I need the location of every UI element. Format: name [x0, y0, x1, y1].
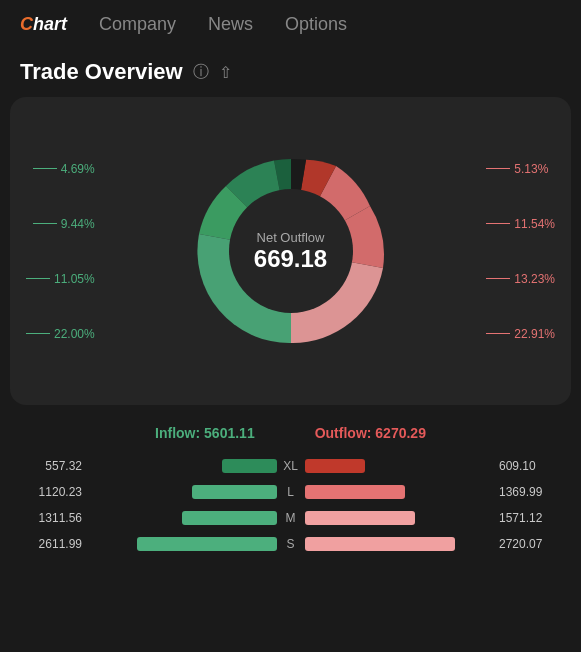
- bar-label-0: XL: [281, 459, 301, 473]
- label-line-right-1: [486, 223, 510, 224]
- donut-card: 4.69% 9.44% 11.05% 22.00%: [10, 97, 571, 405]
- label-line-left-2: [26, 278, 50, 279]
- nav-item-chart[interactable]: Chart: [20, 14, 67, 35]
- bar-left-value-2: 1311.56: [20, 511, 90, 525]
- label-left-3: 22.00%: [26, 327, 95, 341]
- nav-item-company[interactable]: Company: [99, 14, 176, 35]
- bars-container: 557.32 XL 609.10 1120.23 L 1369.99 1311.…: [20, 459, 561, 551]
- label-line-right-2: [486, 278, 510, 279]
- donut-labels-right: 5.13% 11.54% 13.23% 22.91%: [486, 121, 555, 381]
- bar-pair-0: XL: [90, 459, 491, 473]
- bar-section: Inflow: 5601.11 Outflow: 6270.29 557.32 …: [0, 405, 581, 573]
- page-title: Trade Overview: [20, 59, 183, 85]
- bar-inflow-3: [137, 537, 277, 551]
- bar-row-s: 2611.99 S 2720.07: [20, 537, 561, 551]
- bar-pair-2: M: [90, 511, 491, 525]
- label-line-left-3: [26, 333, 50, 334]
- bar-inflow-2: [182, 511, 277, 525]
- donut-center-label: Net Outflow: [254, 230, 327, 245]
- donut-chart: Net Outflow 669.18: [181, 141, 401, 361]
- bar-left-wrap-3: [90, 537, 277, 551]
- bar-outflow-3: [305, 537, 455, 551]
- total-inflow: Inflow: 5601.11: [155, 425, 255, 441]
- bar-left-wrap-0: [90, 459, 277, 473]
- bar-outflow-2: [305, 511, 415, 525]
- bar-left-wrap-1: [90, 485, 277, 499]
- bar-left-value-3: 2611.99: [20, 537, 90, 551]
- label-right-1: 11.54%: [486, 217, 555, 231]
- bar-right-value-1: 1369.99: [491, 485, 561, 499]
- bar-pair-1: L: [90, 485, 491, 499]
- top-nav: Chart Company News Options: [0, 0, 581, 49]
- bar-right-wrap-0: [305, 459, 492, 473]
- bar-right-wrap-2: [305, 511, 492, 525]
- bar-left-value-0: 557.32: [20, 459, 90, 473]
- label-line-left-0: [33, 168, 57, 169]
- label-line-right-3: [486, 333, 510, 334]
- bar-label-3: S: [281, 537, 301, 551]
- label-right-2: 13.23%: [486, 272, 555, 286]
- total-outflow: Outflow: 6270.29: [315, 425, 426, 441]
- label-line-right-0: [486, 168, 510, 169]
- totals-row: Inflow: 5601.11 Outflow: 6270.29: [20, 425, 561, 441]
- bar-label-2: M: [281, 511, 301, 525]
- nav-item-options[interactable]: Options: [285, 14, 347, 35]
- label-right-3: 22.91%: [486, 327, 555, 341]
- label-left-2: 11.05%: [26, 272, 95, 286]
- bar-right-value-0: 609.10: [491, 459, 561, 473]
- bar-left-wrap-2: [90, 511, 277, 525]
- bar-inflow-0: [222, 459, 277, 473]
- label-left-0: 4.69%: [26, 162, 95, 176]
- share-icon[interactable]: ⇧: [219, 63, 232, 82]
- bar-right-value-3: 2720.07: [491, 537, 561, 551]
- bar-pair-3: S: [90, 537, 491, 551]
- label-right-0: 5.13%: [486, 162, 555, 176]
- donut-labels-left: 4.69% 9.44% 11.05% 22.00%: [26, 121, 95, 381]
- bar-right-wrap-3: [305, 537, 492, 551]
- bar-outflow-1: [305, 485, 405, 499]
- label-line-left-1: [33, 223, 57, 224]
- page-header: Trade Overview ⓘ ⇧: [0, 49, 581, 97]
- bar-inflow-1: [192, 485, 277, 499]
- bar-outflow-0: [305, 459, 365, 473]
- donut-wrapper: 4.69% 9.44% 11.05% 22.00%: [26, 121, 555, 381]
- bar-row-m: 1311.56 M 1571.12: [20, 511, 561, 525]
- bar-row-xl: 557.32 XL 609.10: [20, 459, 561, 473]
- bar-label-1: L: [281, 485, 301, 499]
- donut-center-value: 669.18: [254, 245, 327, 273]
- bar-row-l: 1120.23 L 1369.99: [20, 485, 561, 499]
- donut-center: Net Outflow 669.18: [254, 230, 327, 273]
- label-left-1: 9.44%: [26, 217, 95, 231]
- bar-left-value-1: 1120.23: [20, 485, 90, 499]
- info-icon[interactable]: ⓘ: [193, 62, 209, 83]
- bar-right-value-2: 1571.12: [491, 511, 561, 525]
- nav-item-news[interactable]: News: [208, 14, 253, 35]
- bar-right-wrap-1: [305, 485, 492, 499]
